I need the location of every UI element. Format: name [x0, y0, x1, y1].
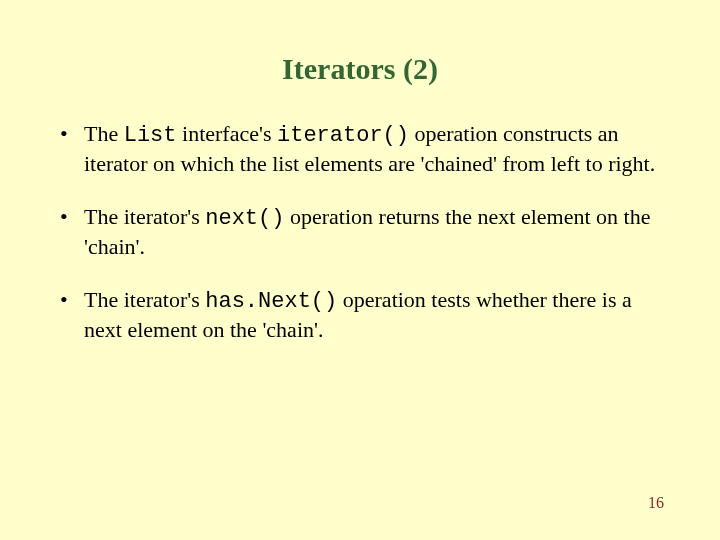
page-number: 16	[648, 494, 664, 512]
text-run: The iterator's	[84, 204, 205, 229]
bullet-dot-icon: •	[60, 203, 84, 260]
slide-title: Iterators (2)	[0, 52, 720, 86]
slide-body: • The List interface's iterator() operat…	[60, 120, 660, 369]
bullet-text: The iterator's next() operation returns …	[84, 203, 660, 260]
bullet-item: • The List interface's iterator() operat…	[60, 120, 660, 177]
bullet-dot-icon: •	[60, 120, 84, 177]
bullet-dot-icon: •	[60, 286, 84, 343]
bullet-item: • The iterator's has.Next() operation te…	[60, 286, 660, 343]
bullet-text: The iterator's has.Next() operation test…	[84, 286, 660, 343]
code-run: has.Next()	[205, 289, 337, 314]
bullet-text: The List interface's iterator() operatio…	[84, 120, 660, 177]
text-run: The iterator's	[84, 287, 205, 312]
code-run: List	[124, 123, 177, 148]
bullet-item: • The iterator's next() operation return…	[60, 203, 660, 260]
code-run: iterator()	[277, 123, 409, 148]
slide: Iterators (2) • The List interface's ite…	[0, 0, 720, 540]
text-run: interface's	[177, 121, 277, 146]
code-run: next()	[205, 206, 284, 231]
text-run: The	[84, 121, 124, 146]
